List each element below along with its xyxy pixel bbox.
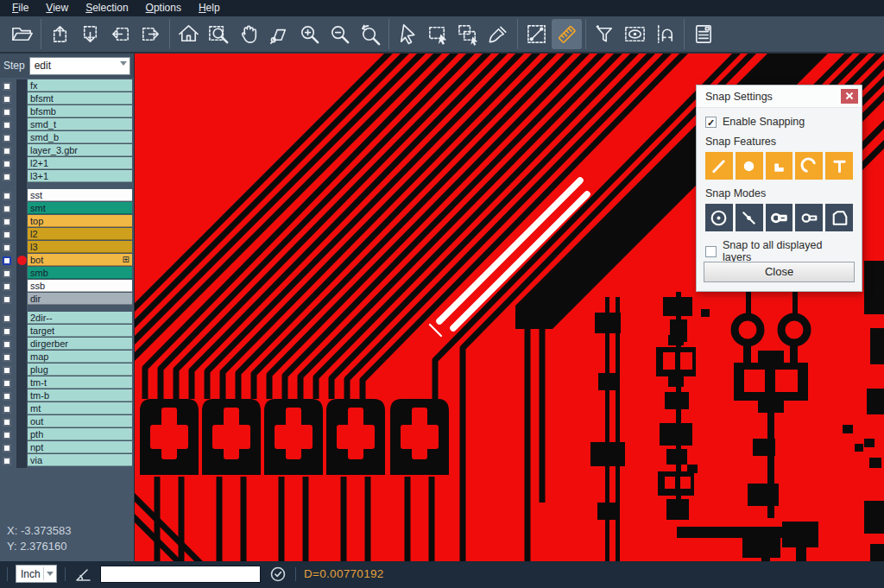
layer-row-smt[interactable]: smt [0,202,134,215]
close-button[interactable]: Close [704,262,855,282]
layer-visibility-checkbox[interactable] [3,392,11,401]
layer-row-dir[interactable]: dir [0,293,134,306]
select-group-icon[interactable] [453,19,483,49]
step-select[interactable]: edit [29,57,130,75]
layer-row-smd_b[interactable]: smd_b [0,131,134,144]
layer-label[interactable]: l2 [28,228,132,240]
layer-visibility-checkbox[interactable] [3,269,11,278]
layer-row-plug[interactable]: plug [0,364,134,376]
paint-brush-icon[interactable] [483,19,514,49]
zoom-window-icon[interactable] [204,19,234,49]
layer-row-smd_t[interactable]: smd_t [0,118,134,131]
layer-visibility-checkbox[interactable] [3,314,11,323]
layer-label[interactable]: bfsmb [28,105,132,117]
layer-label[interactable]: map [28,351,132,363]
menu-selection[interactable]: Selection [77,0,136,16]
layer-row-npt[interactable]: npt [0,441,134,454]
layer-row-bot[interactable]: bot⊞ [0,254,134,267]
layer-visibility-checkbox[interactable] [3,327,11,336]
layer-row-ssb[interactable]: ssb [0,280,134,293]
zoom-out-icon[interactable] [325,19,355,49]
snap-surface-icon[interactable] [766,152,793,180]
layer-row-l2+1[interactable]: l2+1 [0,157,134,170]
measure-shape-icon[interactable] [264,19,294,49]
layer-label[interactable]: top [28,215,132,227]
layer-row-out[interactable]: out [0,415,134,428]
snap-arc-icon[interactable] [795,152,823,180]
layer-label[interactable]: target [28,325,132,337]
layer-row-smb[interactable]: smb [0,267,134,280]
layer-label[interactable]: sst [28,189,132,201]
report-list-icon[interactable] [688,19,718,49]
layer-row-l3+1[interactable]: l3+1 [0,170,134,183]
layer-row-sst[interactable]: sst [0,189,134,202]
select-rect-icon[interactable] [423,19,453,49]
filter-icon[interactable] [590,19,620,49]
snap-line-icon[interactable] [705,152,733,180]
layer-label[interactable]: layer_3.gbr [28,144,132,156]
pan-hand-icon[interactable] [234,19,264,49]
layer-visibility-checkbox[interactable] [3,147,11,155]
snap-contour-icon[interactable] [825,204,853,231]
snap-magnet-icon[interactable] [650,19,680,49]
layer-row-via[interactable]: via [0,454,134,467]
layer-label[interactable]: bfsmt [28,92,132,104]
layer-visibility-checkbox[interactable] [3,134,11,142]
snap-pad-outline-icon[interactable] [795,204,823,231]
layer-row-l3[interactable]: l3 [0,241,134,254]
layer-label[interactable]: dir [28,293,132,305]
layer-visibility-checkbox[interactable] [3,418,11,427]
layer-label[interactable]: mt [28,402,132,414]
layer-label[interactable]: l2+1 [28,157,132,169]
close-icon[interactable] [841,89,858,104]
layer-visibility-checkbox[interactable] [3,95,11,104]
view-region-icon[interactable] [620,19,650,49]
layer-label[interactable]: tm-b [28,389,132,401]
layer-visibility-checkbox[interactable] [3,340,11,349]
layer-label[interactable]: smd_b [28,131,132,143]
import-left-icon[interactable] [105,19,136,49]
layer-row-bfsmt[interactable]: bfsmt [0,92,134,105]
ruler-icon[interactable] [552,19,582,49]
snap-center-icon[interactable] [705,204,733,231]
snap-pad-filled-icon[interactable] [766,204,793,231]
layer-row-l2[interactable]: l2 [0,228,134,241]
layer-label[interactable]: bot⊞ [28,254,132,266]
layer-row-target[interactable]: target [0,325,134,338]
command-input[interactable] [100,566,261,583]
layer-label[interactable]: 2dir-- [28,312,132,324]
snap-all-layers-checkbox[interactable] [705,246,717,257]
layer-label[interactable]: plug [28,364,132,376]
layer-visibility-checkbox[interactable] [3,192,11,200]
measure-distance-icon[interactable] [521,19,552,49]
import-right-icon[interactable] [136,19,166,49]
layer-row-map[interactable]: map [0,351,134,364]
layer-label[interactable]: out [28,415,132,427]
layer-visibility-checkbox[interactable] [3,218,11,226]
layer-visibility-checkbox[interactable] [3,108,11,117]
layer-visibility-checkbox[interactable] [3,256,11,265]
layer-visibility-checkbox[interactable] [3,295,11,304]
layer-row-layer_3.gbr[interactable]: layer_3.gbr [0,144,134,157]
zoom-previous-icon[interactable] [355,19,385,49]
zoom-in-icon[interactable] [294,19,325,49]
layer-label[interactable]: smd_t [28,118,132,130]
angle-measure-icon[interactable] [73,565,92,584]
menu-options[interactable]: Options [137,0,190,16]
layer-visibility-checkbox[interactable] [3,431,11,439]
open-folder-icon[interactable] [7,19,37,49]
layer-row-mt[interactable]: mt [0,402,134,415]
layer-visibility-checkbox[interactable] [3,82,11,91]
layer-visibility-checkbox[interactable] [3,444,11,452]
unit-select[interactable]: Inch [16,565,57,583]
layer-visibility-checkbox[interactable] [3,282,11,291]
layer-label[interactable]: tm-t [28,376,132,389]
layer-row-top[interactable]: top [0,215,134,228]
layer-label[interactable]: pth [28,428,132,440]
layer-row-pth[interactable]: pth [0,428,134,441]
layer-label[interactable]: smt [28,202,132,214]
layer-visibility-checkbox[interactable] [3,160,11,168]
layer-label[interactable]: via [28,454,132,466]
layer-row-tm-t[interactable]: tm-t [0,376,134,389]
dialog-title[interactable]: Snap Settings [697,85,862,108]
